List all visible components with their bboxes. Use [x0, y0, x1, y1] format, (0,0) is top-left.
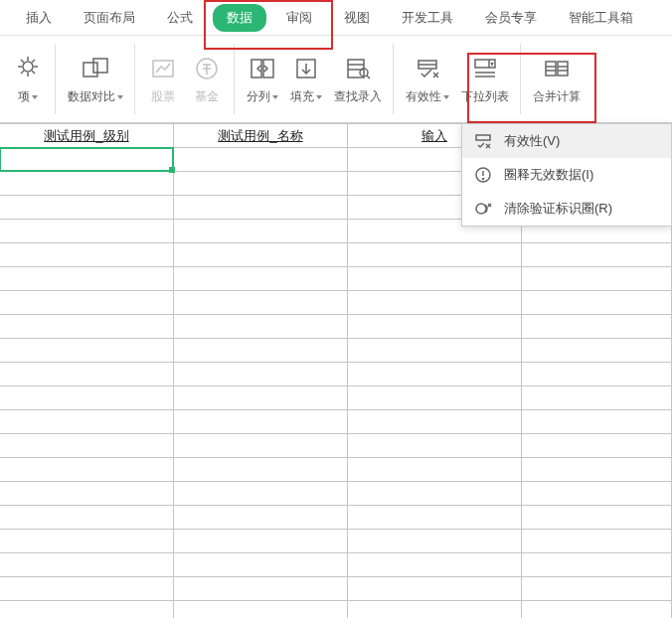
- cell[interactable]: [348, 577, 522, 600]
- cell[interactable]: [0, 148, 174, 171]
- tab-smart-toolbox[interactable]: 智能工具箱: [557, 3, 645, 33]
- cell[interactable]: [348, 458, 522, 481]
- cell[interactable]: [0, 243, 174, 266]
- cell[interactable]: [0, 482, 174, 505]
- fund-button[interactable]: 基金: [185, 40, 229, 119]
- cell[interactable]: [348, 530, 522, 552]
- stock-icon: [147, 53, 179, 84]
- cell[interactable]: [174, 506, 348, 529]
- cell[interactable]: [348, 339, 522, 362]
- cell[interactable]: [348, 506, 522, 529]
- cell[interactable]: [0, 339, 174, 362]
- cell[interactable]: [522, 601, 672, 618]
- cell[interactable]: [522, 530, 672, 552]
- cell[interactable]: [348, 267, 522, 290]
- cell[interactable]: [0, 506, 174, 529]
- cell[interactable]: [174, 386, 348, 409]
- cell[interactable]: [174, 458, 348, 481]
- cell[interactable]: [174, 172, 348, 195]
- cell[interactable]: [522, 243, 672, 266]
- cell[interactable]: [0, 410, 174, 433]
- split-column-button[interactable]: 分列: [241, 40, 284, 119]
- cell[interactable]: [522, 291, 672, 314]
- merge-calc-button[interactable]: 合并计算: [527, 40, 587, 119]
- tab-review[interactable]: 审阅: [274, 3, 324, 33]
- data-compare-label: 数据对比: [68, 88, 115, 105]
- tab-insert[interactable]: 插入: [14, 3, 64, 33]
- menu-item-circle-invalid[interactable]: 圈释无效数据(I): [462, 158, 671, 192]
- cell[interactable]: [0, 458, 174, 481]
- cell[interactable]: [522, 577, 672, 600]
- cell[interactable]: [0, 434, 174, 457]
- cell[interactable]: [0, 577, 174, 600]
- table-row: [0, 577, 672, 601]
- cell[interactable]: [348, 291, 522, 314]
- cell[interactable]: [348, 434, 522, 457]
- cell[interactable]: [522, 410, 672, 433]
- menu-item-clear-circles[interactable]: 清除验证标识圈(R): [462, 192, 671, 226]
- tab-member[interactable]: 会员专享: [473, 3, 549, 33]
- lookup-entry-button[interactable]: 查找录入: [328, 40, 388, 119]
- tab-data[interactable]: 数据: [213, 4, 266, 32]
- cell[interactable]: [522, 482, 672, 505]
- cell[interactable]: [522, 267, 672, 290]
- cell[interactable]: [174, 315, 348, 338]
- cell[interactable]: [0, 196, 174, 219]
- cell[interactable]: [522, 506, 672, 529]
- menu-item-circle-invalid-label: 圈释无效数据(I): [504, 166, 593, 184]
- cell[interactable]: [174, 267, 348, 290]
- tab-formula[interactable]: 公式: [155, 3, 205, 33]
- cell[interactable]: [348, 601, 522, 618]
- cell[interactable]: [348, 482, 522, 505]
- fill-button[interactable]: 填充: [284, 40, 328, 119]
- cell[interactable]: [0, 530, 174, 552]
- cell[interactable]: [0, 386, 174, 409]
- cell[interactable]: [348, 386, 522, 409]
- cell[interactable]: [0, 315, 174, 338]
- cell[interactable]: [174, 363, 348, 386]
- cell[interactable]: [0, 291, 174, 314]
- cell[interactable]: [174, 410, 348, 433]
- cell[interactable]: [174, 434, 348, 457]
- cell[interactable]: [522, 553, 672, 576]
- cell[interactable]: [174, 530, 348, 552]
- tab-view[interactable]: 视图: [332, 3, 382, 33]
- stock-button[interactable]: 股票: [141, 40, 185, 119]
- cell[interactable]: [174, 482, 348, 505]
- cell[interactable]: [522, 434, 672, 457]
- tab-dev-tools[interactable]: 开发工具: [390, 3, 465, 33]
- cell[interactable]: [174, 601, 348, 618]
- cell[interactable]: [522, 458, 672, 481]
- cell[interactable]: [522, 363, 672, 386]
- cell[interactable]: [174, 196, 348, 219]
- menu-item-validity[interactable]: 有效性(V): [462, 124, 671, 158]
- cell[interactable]: [348, 363, 522, 386]
- cell[interactable]: [348, 553, 522, 576]
- header-cell-level[interactable]: 测试用例_级别: [0, 124, 174, 147]
- cell[interactable]: [174, 577, 348, 600]
- options-button[interactable]: 项: [6, 40, 50, 119]
- dropdown-list-button[interactable]: 下拉列表: [455, 40, 515, 119]
- cell[interactable]: [0, 220, 174, 242]
- cell[interactable]: [522, 339, 672, 362]
- header-cell-name[interactable]: 测试用例_名称: [174, 124, 348, 147]
- data-compare-button[interactable]: 数据对比: [62, 40, 129, 119]
- cell[interactable]: [174, 220, 348, 242]
- cell[interactable]: [174, 339, 348, 362]
- cell[interactable]: [174, 148, 348, 171]
- cell[interactable]: [522, 315, 672, 338]
- tab-page-layout[interactable]: 页面布局: [72, 3, 147, 33]
- cell[interactable]: [522, 386, 672, 409]
- cell[interactable]: [0, 601, 174, 618]
- cell[interactable]: [174, 243, 348, 266]
- cell[interactable]: [348, 315, 522, 338]
- cell[interactable]: [0, 363, 174, 386]
- cell[interactable]: [0, 172, 174, 195]
- cell[interactable]: [348, 410, 522, 433]
- cell[interactable]: [0, 267, 174, 290]
- cell[interactable]: [174, 553, 348, 576]
- cell[interactable]: [174, 291, 348, 314]
- validity-button[interactable]: 有效性: [400, 40, 455, 119]
- cell[interactable]: [348, 243, 522, 266]
- cell[interactable]: [0, 553, 174, 576]
